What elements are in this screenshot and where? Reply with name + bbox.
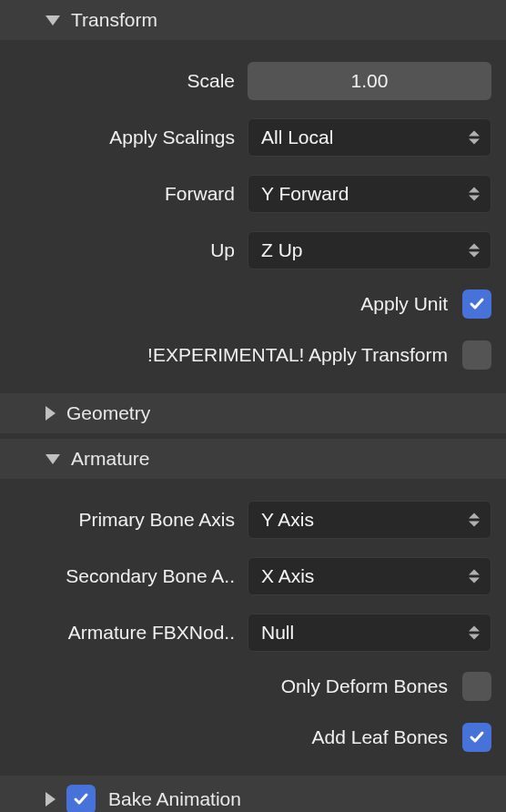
disclosure-down-icon — [46, 15, 60, 25]
only-deform-bones-label: Only Deform Bones — [281, 675, 448, 697]
experimental-apply-transform-label: !EXPERIMENTAL! Apply Transform — [147, 344, 448, 366]
scale-label: Scale — [7, 70, 235, 92]
armature-fbxnode-dropdown[interactable]: Null — [248, 614, 491, 652]
transform-header-label: Transform — [71, 9, 157, 31]
apply-scalings-label: Apply Scalings — [7, 127, 235, 148]
chevron-updown-icon — [469, 570, 480, 584]
armature-fbxnode-label: Armature FBXNod.. — [7, 622, 235, 644]
scale-input[interactable]: 1.00 — [248, 62, 491, 100]
scale-value: 1.00 — [351, 70, 389, 92]
chevron-updown-icon — [469, 626, 480, 640]
transform-panel-header[interactable]: Transform — [0, 0, 506, 40]
secondary-bone-axis-label: Secondary Bone A.. — [7, 565, 235, 587]
only-deform-bones-checkbox[interactable] — [462, 672, 491, 701]
chevron-updown-icon — [469, 188, 480, 201]
armature-panel-header[interactable]: Armature — [0, 439, 506, 479]
armature-fbxnode-value: Null — [261, 622, 294, 644]
apply-scalings-value: All Local — [261, 127, 333, 148]
forward-dropdown[interactable]: Y Forward — [248, 175, 491, 213]
chevron-updown-icon — [469, 513, 480, 527]
check-icon — [72, 790, 90, 808]
disclosure-right-icon — [46, 406, 56, 421]
chevron-updown-icon — [469, 131, 480, 145]
add-leaf-bones-checkbox[interactable] — [462, 723, 491, 752]
apply-unit-label: Apply Unit — [360, 293, 448, 315]
secondary-bone-axis-dropdown[interactable]: X Axis — [248, 557, 491, 595]
bake-animation-panel-header[interactable]: Bake Animation — [0, 776, 506, 812]
up-value: Z Up — [261, 239, 303, 261]
up-dropdown[interactable]: Z Up — [248, 231, 491, 269]
secondary-bone-axis-value: X Axis — [261, 565, 314, 587]
chevron-updown-icon — [469, 244, 480, 258]
check-icon — [468, 295, 486, 313]
bake-animation-header-label: Bake Animation — [108, 788, 241, 810]
armature-header-label: Armature — [71, 448, 149, 470]
apply-scalings-dropdown[interactable]: All Local — [248, 118, 491, 157]
armature-panel-body: Primary Bone Axis Y Axis Secondary Bone … — [0, 479, 506, 776]
bake-animation-checkbox[interactable] — [66, 785, 96, 812]
disclosure-down-icon — [46, 454, 60, 464]
add-leaf-bones-label: Add Leaf Bones — [312, 726, 448, 748]
geometry-header-label: Geometry — [66, 402, 150, 424]
geometry-panel-header[interactable]: Geometry — [0, 393, 506, 433]
primary-bone-axis-value: Y Axis — [261, 509, 314, 531]
primary-bone-axis-dropdown[interactable]: Y Axis — [248, 501, 491, 539]
apply-unit-checkbox[interactable] — [462, 289, 491, 319]
check-icon — [468, 728, 486, 746]
transform-panel-body: Scale 1.00 Apply Scalings All Local Forw… — [0, 40, 506, 393]
forward-value: Y Forward — [261, 183, 349, 205]
primary-bone-axis-label: Primary Bone Axis — [7, 509, 235, 531]
disclosure-right-icon — [46, 792, 56, 807]
experimental-apply-transform-checkbox[interactable] — [462, 340, 491, 370]
up-label: Up — [7, 239, 235, 261]
forward-label: Forward — [7, 183, 235, 205]
